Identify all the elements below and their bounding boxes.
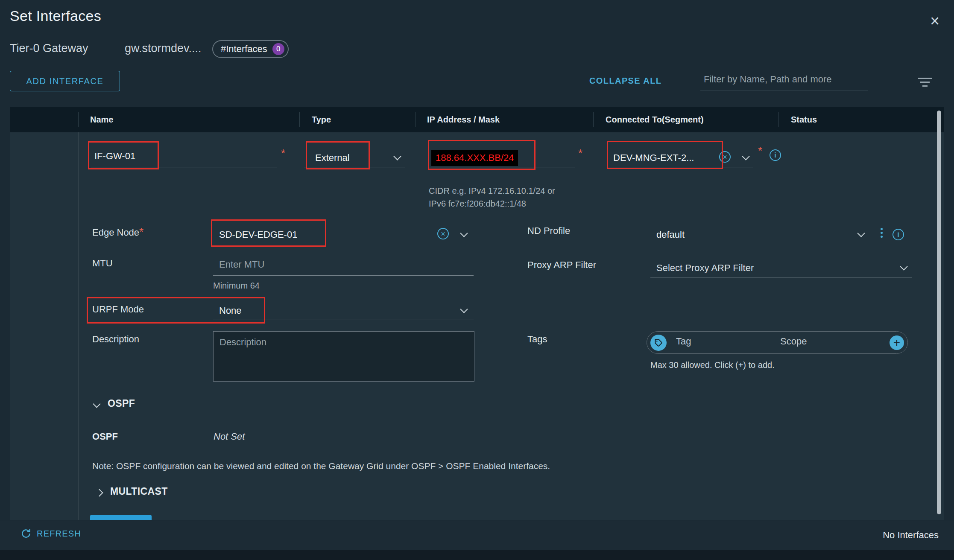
column-divider	[299, 112, 300, 127]
info-icon[interactable]: i	[770, 149, 781, 161]
name-input[interactable]	[91, 149, 277, 167]
kebab-menu-icon[interactable]	[879, 226, 884, 239]
chevron-right-icon	[95, 489, 103, 496]
nd-profile-label: ND Profile	[527, 225, 570, 236]
bottom-strip	[0, 550, 954, 560]
scrollbar-thumb[interactable]	[937, 111, 941, 514]
chevron-down-icon	[93, 400, 100, 408]
column-header-status: Status	[791, 115, 817, 125]
name-required-marker: *	[281, 147, 285, 160]
mtu-helper: Minimum 64	[213, 281, 260, 291]
interfaces-tag-label: #Interfaces	[221, 44, 267, 55]
row-count-status: No Interfaces	[883, 530, 939, 541]
chevron-down-icon	[393, 152, 401, 160]
ip-required-marker: *	[578, 147, 582, 160]
refresh-icon	[20, 528, 32, 539]
ip-helper-line2: IPv6 fc7e:f206:db42::1/48	[429, 199, 526, 209]
ip-address-field[interactable]: 188.64.XXX.BB/24	[429, 149, 575, 167]
column-divider	[78, 112, 79, 127]
ospf-section-toggle[interactable]: OSPF	[94, 398, 135, 413]
add-tag-button[interactable]: +	[890, 335, 904, 350]
tag-input[interactable]	[674, 336, 763, 349]
column-divider	[416, 112, 416, 127]
tags-helper: Max 30 allowed. Click (+) to add.	[650, 360, 775, 370]
interfaces-tag-pill[interactable]: #Interfaces 0	[212, 40, 289, 58]
set-interfaces-dialog: Set Interfaces × Tier-0 Gateway gw.storm…	[0, 0, 954, 560]
scope-input[interactable]	[778, 336, 860, 349]
edge-node-select[interactable]: SD-DEV-EDGE-01 ×	[213, 225, 474, 244]
filter-icon[interactable]	[916, 78, 934, 87]
edge-node-value: SD-DEV-EDGE-01	[219, 229, 297, 240]
connected-required-marker: *	[758, 144, 762, 158]
column-header-connected: Connected To(Segment)	[606, 115, 704, 125]
row-edge-line	[78, 132, 79, 520]
column-header-type: Type	[312, 115, 331, 125]
collapse-all-button[interactable]: COLLAPSE ALL	[589, 76, 661, 86]
footer-bar: REFRESH No Interfaces	[0, 520, 954, 550]
column-divider	[593, 112, 594, 127]
interfaces-count-badge: 0	[272, 43, 284, 55]
connected-to-value: DEV-MNG-EXT-2...	[613, 152, 694, 163]
urpf-mode-value: None	[219, 305, 242, 316]
ospf-value: Not Set	[214, 431, 245, 442]
clear-selection-icon[interactable]: ×	[719, 151, 731, 163]
urpf-mode-select[interactable]: None	[213, 301, 474, 320]
column-header-ip: IP Address / Mask	[427, 115, 500, 125]
table-header-row: Name Type IP Address / Mask Connected To…	[10, 107, 944, 132]
chevron-down-icon	[460, 305, 468, 313]
mtu-label: MTU	[92, 258, 113, 269]
proxy-arp-label: Proxy ARP Filter	[527, 260, 596, 271]
edge-node-label: Edge Node*	[92, 225, 143, 239]
chevron-down-icon	[900, 262, 907, 270]
tags-control: +	[647, 331, 908, 354]
ospf-note: Note: OSPF configuration can be viewed a…	[92, 461, 550, 471]
breadcrumb-gateway-type: Tier-0 Gateway	[10, 42, 88, 55]
nd-profile-value: default	[656, 229, 685, 240]
chevron-down-icon	[460, 229, 468, 237]
mtu-input[interactable]	[213, 257, 474, 276]
refresh-label: REFRESH	[37, 529, 81, 539]
breadcrumb-gateway-name: gw.stormdev....	[125, 42, 202, 55]
column-header-name: Name	[90, 115, 113, 125]
save-button-partial[interactable]	[90, 515, 152, 520]
tags-label: Tags	[527, 334, 547, 345]
multicast-section-toggle[interactable]: MULTICAST	[97, 486, 168, 501]
type-value: External	[315, 152, 350, 163]
close-icon[interactable]: ×	[930, 13, 939, 29]
proxy-arp-select[interactable]: Select Proxy ARP Filter	[650, 259, 912, 277]
scrollbar-track	[936, 109, 942, 518]
chevron-down-icon	[742, 152, 749, 160]
ip-address-value: 188.64.XXX.BB/24	[431, 150, 518, 166]
tag-icon	[650, 335, 667, 351]
type-select[interactable]: External	[304, 149, 405, 167]
column-divider	[778, 112, 779, 127]
filter-input[interactable]	[700, 72, 868, 90]
description-label: Description	[92, 334, 139, 345]
proxy-arp-value: Select Proxy ARP Filter	[656, 262, 754, 274]
page-title: Set Interfaces	[10, 8, 101, 24]
ospf-section-label: OSPF	[108, 398, 135, 409]
connected-to-select[interactable]: DEV-MNG-EXT-2... ×	[607, 149, 753, 167]
edge-node-required-marker: *	[139, 225, 143, 238]
add-interface-button[interactable]: ADD INTERFACE	[10, 71, 120, 91]
multicast-section-label: MULTICAST	[110, 486, 168, 497]
ospf-field-label: OSPF	[92, 431, 118, 442]
ip-helper-line1: CIDR e.g. IPv4 172.16.10.1/24 or	[429, 186, 555, 196]
description-textarea[interactable]	[213, 331, 474, 382]
clear-selection-icon[interactable]: ×	[437, 228, 449, 239]
chevron-down-icon	[857, 229, 865, 237]
refresh-button[interactable]: REFRESH	[20, 528, 81, 539]
urpf-mode-label: URPF Mode	[92, 304, 144, 315]
nd-profile-select[interactable]: default	[650, 225, 871, 244]
info-icon[interactable]: i	[893, 229, 904, 240]
